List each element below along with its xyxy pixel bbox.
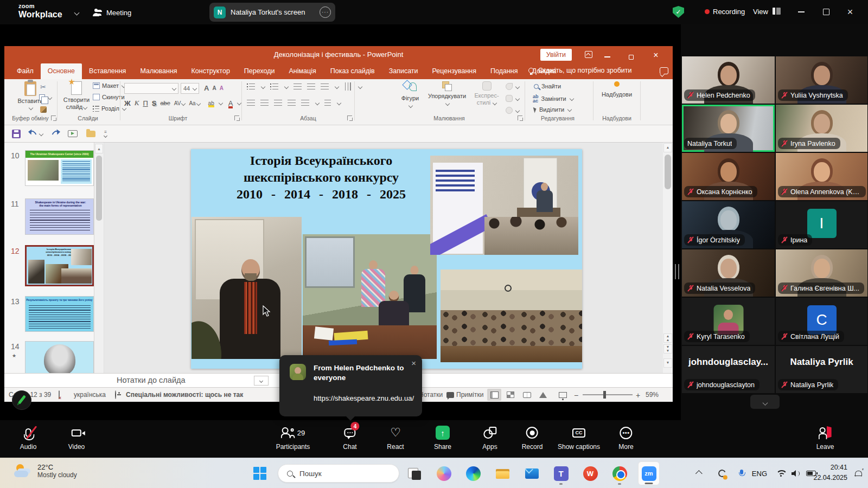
tab-shared-screen[interactable]: N Nataliya Torkut's screen ··· <box>209 3 335 22</box>
participant-tile[interactable]: CСвітлана Лущій <box>776 298 867 345</box>
ppt-tab[interactable]: Показ слайдів <box>323 63 382 79</box>
zoom-slider-thumb[interactable] <box>603 391 606 399</box>
save-icon[interactable] <box>12 130 21 138</box>
paragraph-dialog-launcher[interactable] <box>347 115 352 120</box>
video-button[interactable]: Video <box>68 426 85 451</box>
justify-icon[interactable] <box>288 100 296 106</box>
underline-button[interactable]: П <box>143 99 148 107</box>
taskbar-icon-teams[interactable] <box>550 461 572 485</box>
language-status[interactable]: українська <box>74 391 106 399</box>
participant-tile[interactable]: Ígor Órzhitskiy <box>682 201 775 248</box>
quick-styles-button[interactable]: Експрес-стилі <box>470 81 503 106</box>
drawing-dialog-launcher[interactable] <box>518 115 522 120</box>
taskbar-icon-copilot[interactable] <box>433 461 455 485</box>
wifi-icon[interactable] <box>776 458 786 488</box>
security-shield-icon[interactable]: ✓ <box>673 6 684 18</box>
notification-bell-icon[interactable]: ᶻ <box>854 458 861 488</box>
audio-button[interactable]: Audio <box>20 426 37 451</box>
list-buttons[interactable] <box>247 84 362 89</box>
bold-button[interactable]: Ж <box>124 99 131 107</box>
chevron-down-icon[interactable] <box>74 10 80 16</box>
ppt-tab[interactable]: Основне <box>41 63 82 79</box>
close-button[interactable]: × <box>842 5 858 18</box>
customize-qat-button[interactable]: ≡ <box>104 130 107 137</box>
ppt-tell-me[interactable]: Скажіть, що потрібно зробити <box>528 67 632 74</box>
share-button[interactable]: ↑ Share <box>434 426 451 451</box>
restore-button[interactable] <box>818 5 834 18</box>
zoom-percentage[interactable]: 59% <box>646 391 659 399</box>
section-button[interactable]: Розділ <box>93 105 126 112</box>
format-painter-button[interactable] <box>40 106 47 113</box>
participant-tile[interactable]: IІрина <box>776 201 867 248</box>
ppt-restore-button[interactable] <box>622 50 640 63</box>
previous-slide-button[interactable]: ▲▲ <box>663 333 672 343</box>
participant-tile[interactable]: Kyryl Tarasenko <box>682 298 775 345</box>
kerning-button[interactable]: AV <box>174 100 186 106</box>
taskbar-icon-file-explorer[interactable] <box>492 461 513 485</box>
notes-placeholder[interactable]: Нотатки до слайда <box>117 376 186 384</box>
scroll-up-icon[interactable]: ▲ <box>95 144 103 153</box>
italic-button[interactable]: К <box>135 99 139 107</box>
line-spacing-icon[interactable] <box>321 84 329 89</box>
ppt-minimize-button[interactable] <box>598 50 616 63</box>
ppt-tab[interactable]: Подання <box>483 63 525 79</box>
zoom-out-button[interactable]: − <box>574 391 578 400</box>
comments-toggle[interactable]: Примітки <box>446 391 483 399</box>
align-right-icon[interactable] <box>274 100 282 106</box>
accessibility-button[interactable] <box>115 391 116 399</box>
main-scrollbar[interactable]: ▲ ▲▲ ▼▼ ▼ <box>663 143 673 373</box>
addins-button[interactable]: Надбудови <box>598 81 636 98</box>
ppt-tab[interactable]: Анімація <box>282 63 323 79</box>
minimize-button[interactable] <box>793 5 809 18</box>
annotation-tools-button[interactable] <box>12 390 31 410</box>
screen-share-options-button[interactable]: ··· <box>320 7 331 18</box>
chat-notification-popup[interactable]: From Helen Pedchenko toeveryone https://… <box>279 355 422 416</box>
chat-button[interactable]: 4 Chat <box>343 426 356 451</box>
arrange-button[interactable]: Упорядкувати <box>425 81 469 106</box>
ppt-tab[interactable]: Вставлення <box>82 63 133 79</box>
text-shadow-button[interactable]: S <box>152 99 157 107</box>
font-size-buttons[interactable]: AAA <box>204 84 224 92</box>
font-dialog-launcher[interactable] <box>234 115 239 120</box>
scroll-down-icon[interactable]: ▼ <box>663 358 672 368</box>
align-center-icon[interactable] <box>260 100 269 106</box>
leave-button[interactable]: Leave <box>816 426 834 451</box>
font-size-input[interactable]: 44 <box>181 83 199 94</box>
view-layout-icon[interactable] <box>773 8 781 15</box>
font-color-button[interactable]: A <box>228 99 233 107</box>
find-button[interactable]: Знайти <box>534 83 561 89</box>
ppt-tab[interactable]: Записати <box>382 63 425 79</box>
align-left-icon[interactable] <box>247 100 255 106</box>
shape-fill-button[interactable] <box>506 83 519 90</box>
notes-collapse-button[interactable] <box>254 376 269 386</box>
copy-button[interactable] <box>39 94 52 101</box>
highlight-color-button[interactable]: ab <box>208 100 214 106</box>
slide-photo-audience-hall[interactable] <box>441 269 582 362</box>
ppt-tab[interactable]: Малювання <box>133 63 184 79</box>
ppt-tab[interactable]: Рецензування <box>425 63 483 79</box>
show-captions-button[interactable]: CC Show captions <box>558 426 600 451</box>
taskbar-icon-task-view[interactable] <box>404 461 425 485</box>
ribbon-display-options-icon[interactable] <box>585 51 592 58</box>
sync-tray-icon[interactable] <box>718 458 726 488</box>
scroll-up-icon[interactable]: ▲ <box>663 143 672 152</box>
slide-photo-meeting-room[interactable] <box>303 234 437 359</box>
clock-widget[interactable]: 20:41 22.04.2025 <box>813 463 847 484</box>
slide-thumbnail-13[interactable]: Результативність проекту та три чинники … <box>25 296 94 332</box>
slideshow-view-button[interactable] <box>536 389 550 401</box>
participant-tile[interactable]: Nataliya Torkut <box>682 105 775 152</box>
participant-tile[interactable]: Yuliia Vyshnytska <box>776 56 867 104</box>
tab-meeting[interactable]: Meeting <box>87 4 137 21</box>
participant-tile[interactable]: Оксана Корнієнко <box>682 153 775 200</box>
bullets-icon[interactable] <box>247 84 255 89</box>
slide-thumbnail-10[interactable]: The Ukrainian Shakespeare Center (since … <box>25 150 94 186</box>
slide-sorter-view-button[interactable] <box>503 389 518 401</box>
layout-button[interactable]: Макет <box>93 82 125 89</box>
shapes-button[interactable]: Фігури <box>396 81 424 108</box>
new-slide-button[interactable]: Створитислайд <box>61 81 92 110</box>
font-name-input[interactable] <box>124 83 178 94</box>
record-button[interactable]: Record <box>522 426 543 451</box>
cut-button[interactable]: ✂ <box>40 84 46 91</box>
react-button[interactable]: ♡ React <box>387 426 404 451</box>
tray-expand-button[interactable] <box>695 458 700 488</box>
